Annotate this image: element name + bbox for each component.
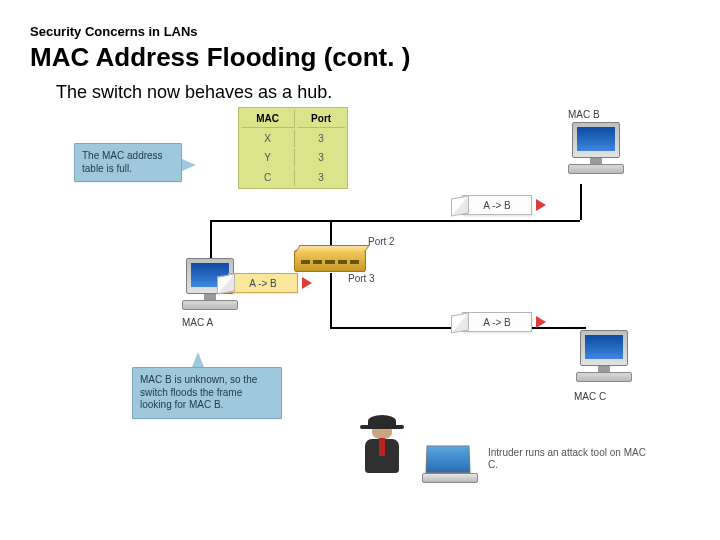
frame-flooded-top: A -> B	[462, 195, 532, 215]
intruder-icon	[352, 415, 412, 483]
pc-b-icon	[562, 122, 630, 174]
port-header: Port	[297, 110, 345, 128]
port-3-label: Port 3	[348, 273, 375, 284]
slide-topic: Security Concerns in LANs	[30, 24, 198, 39]
callout-pointer-icon	[182, 159, 196, 171]
network-diagram: MAC Port X 3 Y 3 C 3 The MAC address tab…	[70, 105, 650, 505]
table-row: C 3	[241, 169, 345, 186]
network-link	[210, 220, 580, 222]
network-link	[210, 220, 212, 258]
callout-flooding: MAC B is unknown, so the switch floods t…	[132, 367, 282, 419]
mac-address-table: MAC Port X 3 Y 3 C 3	[238, 107, 348, 189]
intruder-caption: Intruder runs an attack tool on MAC C.	[488, 447, 650, 471]
table-row: Y 3	[241, 149, 345, 166]
slide-title: MAC Address Flooding (cont. )	[30, 42, 410, 73]
slide-subtitle: The switch now behaves as a hub.	[56, 82, 332, 103]
network-link	[330, 273, 332, 329]
arrow-icon	[302, 277, 312, 289]
pc-b-label: MAC B	[568, 109, 600, 120]
mac-header: MAC	[241, 110, 295, 128]
pc-c-label: MAC C	[574, 391, 606, 402]
frame-flooded-bottom: A -> B	[462, 312, 532, 332]
pc-c-icon	[570, 330, 638, 382]
network-link	[580, 184, 582, 220]
table-row: X 3	[241, 130, 345, 147]
switch-icon	[294, 250, 366, 272]
pc-a-label: MAC A	[182, 317, 213, 328]
arrow-icon	[536, 316, 546, 328]
laptop-icon	[422, 445, 478, 485]
arrow-icon	[536, 199, 546, 211]
callout-pointer-icon	[192, 352, 204, 367]
callout-table-full: The MAC address table is full.	[74, 143, 182, 182]
frame-origin: A -> B	[228, 273, 298, 293]
port-2-label: Port 2	[368, 236, 395, 247]
